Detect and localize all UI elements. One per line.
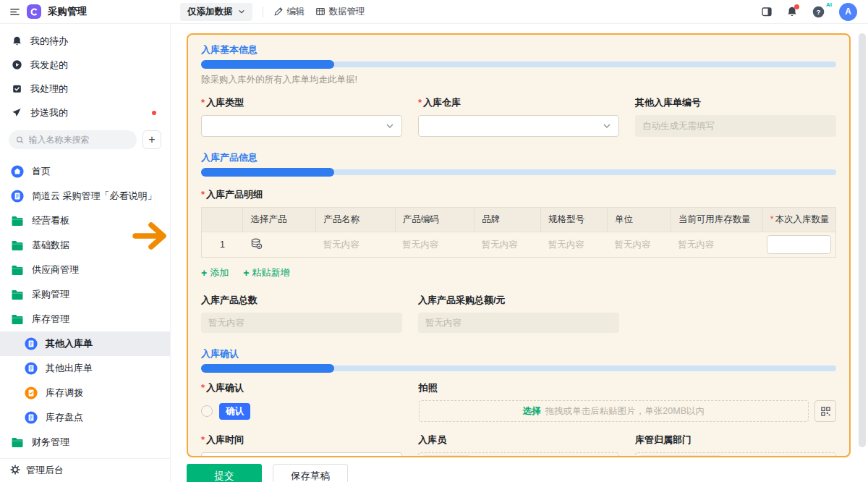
header-right: ? AI A xyxy=(761,3,868,21)
total-count-input-disabled: 暂无内容 xyxy=(201,313,402,333)
field-label-total-count: 入库产品总数 xyxy=(201,294,402,307)
field-label-inbound-time: 入库时间 xyxy=(201,434,402,447)
scrollbar-thumb[interactable] xyxy=(859,33,866,447)
sidebar-item-label: 基础数据 xyxy=(32,239,69,252)
sidebar-item-inventory-transfer[interactable]: 库存调拨 xyxy=(0,381,170,405)
sidebar-item-home[interactable]: 首页 xyxy=(0,159,170,184)
product-name-cell: 暂无内容 xyxy=(316,232,396,258)
main-content: 入库基本信息 除采购入库外的所有入库单均走此单据! 入库类型 入库仓库 xyxy=(171,24,868,482)
search-box[interactable] xyxy=(9,130,137,149)
inbound-qty-cell xyxy=(762,232,835,258)
sidebar-item-label: 简道云 采购管理「必看说明」 xyxy=(32,190,157,203)
field-department: 库管归属部门 新荣创科集团 xyxy=(635,434,836,457)
help-icon[interactable]: ? AI xyxy=(812,5,825,19)
operator-chip[interactable]: A azora xyxy=(422,455,471,457)
field-inbound-confirm: 入库确认 确认 xyxy=(201,381,403,422)
mode-dropdown-button[interactable]: 仅添加数据 xyxy=(180,3,252,21)
operator-member-field[interactable]: A azora xyxy=(418,452,619,457)
select-product-cell[interactable] xyxy=(243,232,316,258)
field-total-amount: 入库产品采购总额/元 暂无内容 xyxy=(418,294,619,333)
department-field[interactable]: 新荣创科集团 xyxy=(635,452,836,457)
data-manage-label: 数据管理 xyxy=(329,6,365,18)
paste-add-button[interactable]: + 粘贴新增 xyxy=(243,266,289,279)
sidebar-item-inventory-count[interactable]: 库存盘点 xyxy=(0,405,170,430)
col-row-index xyxy=(202,208,243,232)
side-panel-icon[interactable] xyxy=(761,6,773,17)
play-circle-icon xyxy=(11,59,22,70)
total-amount-input-disabled: 暂无内容 xyxy=(418,313,619,333)
upload-select-link[interactable]: 选择 xyxy=(523,405,541,418)
photo-upload-dropzone[interactable]: 选择 拖拽或单击后粘贴图片，单张20MB以内 xyxy=(419,400,809,422)
qr-code-icon xyxy=(820,406,831,417)
confirm-radio[interactable] xyxy=(201,405,213,417)
order-no-input-disabled: 自动生成无需填写 xyxy=(635,115,836,137)
edit-label: 编辑 xyxy=(287,6,305,18)
sidebar-item-other-outbound-order[interactable]: 其他出库单 xyxy=(0,356,170,381)
folder-icon xyxy=(11,437,24,448)
bell-icon xyxy=(11,35,22,46)
add-row-button[interactable]: + 添加 xyxy=(201,266,229,279)
col-brand: 品牌 xyxy=(475,208,541,232)
field-inbound-time: 入库时间 xyxy=(201,434,402,457)
field-inbound-type: 入库类型 xyxy=(201,96,402,137)
save-draft-button[interactable]: 保存草稿 xyxy=(273,464,348,482)
data-manage-button[interactable]: 数据管理 xyxy=(315,6,365,18)
sidebar-item-base-data[interactable]: 基础数据 xyxy=(0,233,170,258)
notification-dot xyxy=(794,4,799,9)
inbound-warehouse-select[interactable] xyxy=(418,115,619,137)
qr-scan-button[interactable] xyxy=(814,400,836,422)
field-operator: 入库员 A azora xyxy=(418,434,619,457)
sidebar-item-label: 库存盘点 xyxy=(46,411,83,424)
sidebar-item-supplier-mgmt[interactable]: 供应商管理 xyxy=(0,258,170,282)
confirm-tag[interactable]: 确认 xyxy=(219,403,250,420)
sidebar-item-label: 经营看板 xyxy=(32,214,69,227)
sidebar-item-label: 我发起的 xyxy=(30,59,68,72)
member-avatar: A xyxy=(425,457,438,457)
inbound-time-input[interactable] xyxy=(201,452,402,457)
transfer-icon xyxy=(25,386,38,399)
sidebar-item-label: 供应商管理 xyxy=(32,263,79,276)
user-avatar[interactable]: A xyxy=(839,3,857,21)
menu-icon[interactable] xyxy=(9,7,20,17)
col-select-product: 选择产品 xyxy=(243,208,316,232)
database-select-icon xyxy=(250,237,263,250)
sidebar-item-initiated-by-me[interactable]: 我发起的 xyxy=(0,53,170,77)
folder-icon xyxy=(11,289,24,300)
inbound-qty-input[interactable] xyxy=(767,235,831,254)
inbound-type-select[interactable] xyxy=(201,115,402,137)
brand-cell: 暂无内容 xyxy=(475,232,541,258)
available-stock-cell: 暂无内容 xyxy=(671,232,762,258)
sidebar-item-guide-doc[interactable]: 简道云 采购管理「必看说明」 xyxy=(0,184,170,208)
sidebar-item-label: 库存调拨 xyxy=(46,386,83,399)
admin-backend-button[interactable]: 管理后台 xyxy=(0,458,170,482)
section-title-products: 入库产品信息 xyxy=(201,151,836,164)
search-input[interactable] xyxy=(29,135,129,145)
sidebar-item-finance-mgmt[interactable]: 财务管理 xyxy=(0,430,170,454)
folder-icon xyxy=(11,265,24,276)
notifications-bell-icon[interactable] xyxy=(786,6,798,17)
field-photo: 拍照 选择 拖拽或单击后粘贴图片，单张20MB以内 xyxy=(419,381,836,422)
sidebar-item-inventory-mgmt[interactable]: 库存管理 xyxy=(0,307,170,331)
field-label-order-no: 其他入库单编号 xyxy=(635,96,836,109)
app-window: 采购管理 仅添加数据 编辑 数据管理 xyxy=(0,0,868,482)
section-description: 除采购入库外的所有入库单均走此单据! xyxy=(201,74,836,86)
chevron-down-icon xyxy=(603,122,611,130)
department-chip[interactable]: 新荣创科集团 xyxy=(639,455,721,458)
row-index: 1 xyxy=(202,232,243,258)
sidebar-item-cc-to-me[interactable]: 抄送我的 xyxy=(0,101,170,124)
add-app-button[interactable]: + xyxy=(142,130,161,149)
sidebar-item-purchase-mgmt[interactable]: 采购管理 xyxy=(0,282,170,307)
sidebar: 我的待办 我发起的 我处理的 抄送我的 xyxy=(0,24,171,482)
sidebar-item-label: 财务管理 xyxy=(32,436,69,449)
sidebar-item-business-board[interactable]: 经营看板 xyxy=(0,208,170,233)
form-panel: 入库基本信息 除采购入库外的所有入库单均走此单据! 入库类型 入库仓库 xyxy=(187,33,851,457)
field-label-product-detail: 入库产品明细 xyxy=(201,188,836,201)
sidebar-item-other-inbound-order[interactable]: 其他入库单 xyxy=(0,331,170,356)
edit-button[interactable]: 编辑 xyxy=(273,6,305,18)
field-label-operator: 入库员 xyxy=(418,434,619,447)
sidebar-item-my-todo[interactable]: 我的待办 xyxy=(0,29,170,53)
submit-button[interactable]: 提交 xyxy=(187,464,262,482)
field-label-inbound-warehouse: 入库仓库 xyxy=(418,96,619,109)
sidebar-item-processed-by-me[interactable]: 我处理的 xyxy=(0,77,170,101)
mode-dropdown-label: 仅添加数据 xyxy=(187,6,233,18)
